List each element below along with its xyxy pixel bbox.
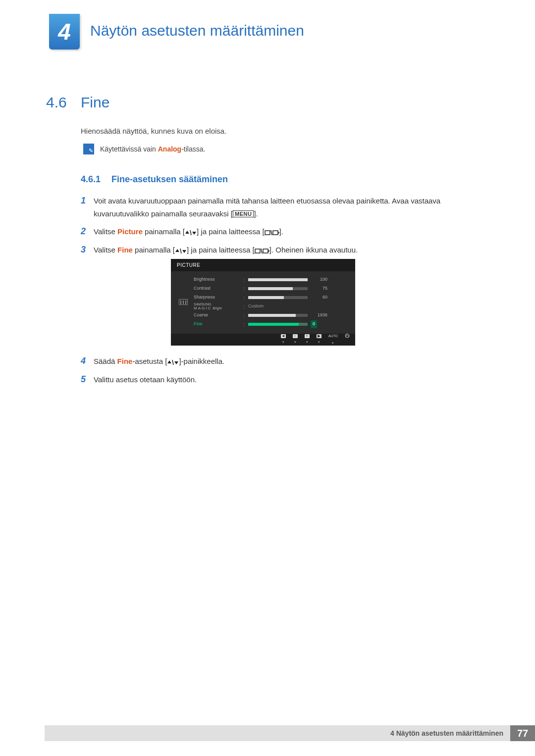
select-source-icon [255, 248, 269, 254]
svg-line-10 [261, 249, 262, 253]
osd-auto-label: AUTO▾ [328, 333, 338, 346]
osd-plus-icon: +▾ [305, 334, 310, 345]
svg-marker-12 [167, 360, 171, 363]
svg-line-13 [172, 360, 173, 365]
up-down-arrow-icon [175, 248, 187, 254]
step-1: 1 Voit avata kuvaruutuoppaan painamalla … [81, 195, 488, 220]
svg-line-4 [271, 230, 272, 235]
note-text: Käytettävissä vain Analog-tilassa. [100, 145, 205, 153]
note-row: ✎ Käytettävissä vain Analog-tilassa. [83, 144, 205, 154]
osd-title: PICTURE [171, 259, 355, 271]
page-number: 77 [510, 725, 535, 741]
steps-list: 1 Voit avata kuvaruutuoppaan painamalla … [81, 195, 488, 391]
fine-keyword: Fine [117, 246, 133, 254]
subsection-title: Fine-asetuksen säätäminen [111, 174, 228, 185]
svg-rect-3 [265, 231, 270, 235]
osd-category-icon [179, 299, 188, 305]
svg-line-7 [180, 249, 181, 253]
up-down-arrow-icon [185, 230, 197, 236]
osd-enter-icon: ▶▾ [317, 334, 321, 345]
osd-power-icon: ⏻ [345, 332, 349, 347]
osd-minus-icon: −▾ [293, 334, 298, 345]
svg-rect-5 [273, 231, 278, 235]
step-5: 5 Valittu asetus otetaan käyttöön. [81, 373, 488, 386]
osd-footer: ◄▾ −▾ +▾ ▶▾ AUTO▾ ⏻ [171, 334, 355, 346]
chapter-number-badge: 4 [49, 14, 80, 50]
analog-keyword: Analog [158, 145, 181, 153]
osd-row-magic-bright: SAMSUNGMAGIC Bright : Custom [194, 302, 347, 311]
osd-row-fine: Fine : 0 [194, 320, 347, 329]
svg-marker-0 [185, 231, 189, 234]
svg-marker-6 [175, 249, 179, 252]
step-3: 3 Valitse Fine painamalla [] ja paina la… [81, 244, 488, 350]
osd-menu: PICTURE Brightness : 100 Contrast [171, 259, 355, 346]
section-intro: Hienosäädä näyttöä, kunnes kuva on elois… [81, 127, 226, 135]
osd-back-icon: ◄▾ [281, 334, 286, 345]
page-footer: 4 Näytön asetusten määrittäminen 77 [45, 725, 535, 741]
step-number: 3 [81, 244, 94, 350]
svg-marker-14 [174, 361, 178, 364]
footer-chapter-label: 4 Näytön asetusten määrittäminen [45, 725, 510, 741]
section-number: 4.6 [46, 94, 67, 111]
step-4: 4 Säädä Fine-asetusta []-painikkeella. [81, 355, 488, 368]
svg-rect-9 [255, 249, 260, 253]
step-2: 2 Valitse Picture painamalla [] ja paina… [81, 225, 488, 238]
subsection-number: 4.6.1 [81, 174, 101, 185]
svg-marker-8 [182, 250, 186, 253]
chapter-title: Näytön asetusten määrittäminen [90, 22, 304, 39]
note-icon: ✎ [83, 144, 94, 154]
up-down-arrow-icon [167, 359, 179, 365]
section-title: Fine [81, 94, 109, 111]
step-number: 4 [81, 355, 94, 368]
svg-rect-11 [263, 249, 268, 253]
step-number: 1 [81, 195, 94, 220]
osd-row-sharpness: Sharpness : 60 [194, 293, 347, 302]
picture-keyword: Picture [117, 227, 143, 236]
osd-row-coarse: Coarse : 1936 [194, 311, 347, 320]
osd-row-contrast: Contrast : 75 [194, 284, 347, 293]
select-source-icon [265, 230, 279, 236]
svg-line-1 [190, 230, 191, 235]
menu-button-label: MENU [233, 210, 254, 217]
step-number: 5 [81, 373, 94, 386]
fine-keyword: Fine [117, 357, 133, 365]
svg-marker-2 [192, 232, 196, 235]
step-number: 2 [81, 225, 94, 238]
osd-row-brightness: Brightness : 100 [194, 275, 347, 284]
